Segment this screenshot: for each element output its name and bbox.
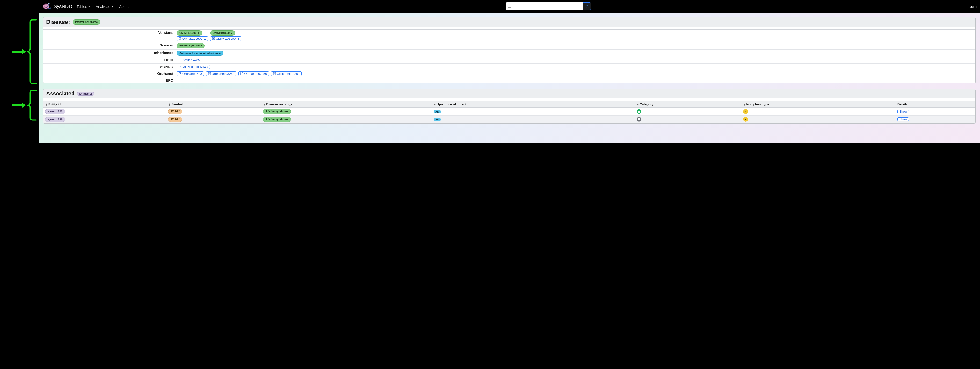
sort-icon: ▲▼ [636,103,639,106]
col-symbol[interactable]: ▲▼Symbol [166,101,261,108]
svg-rect-16 [638,118,638,119]
entity-id-badge[interactable]: sysndd:222 [45,109,65,114]
chevron-down-icon: ▼ [111,5,114,8]
sort-icon: ▲▼ [263,103,266,106]
row-efo: EFO [43,77,975,83]
svg-rect-20 [639,119,639,120]
sort-icon: ▲▼ [434,103,436,106]
col-ontology[interactable]: ▲▼Disease ontology [261,101,432,108]
table-row: sysndd:838FGFR1Pfeiffer syndromeADxShow [43,115,975,123]
show-button[interactable]: Show [897,117,909,121]
page-title: Disease: [46,19,70,26]
svg-rect-7 [638,110,638,111]
hpo-badge[interactable]: AD [434,118,441,121]
associated-table: ▲▼Entity id ▲▼Symbol ▲▼Disease ontology … [43,101,975,123]
associated-title: Associated [46,91,75,97]
svg-rect-11 [639,111,639,112]
svg-line-4 [50,8,51,10]
label-disease: Disease [46,43,174,47]
disease-value-badge[interactable]: Pfeiffer syndrome [177,43,205,48]
label-orphanet: Orphanet [46,71,174,75]
nav-analyses[interactable]: Analyses ▼ [96,4,114,8]
svg-rect-15 [640,112,640,112]
orphanet-link[interactable]: Orphanet:93260 [271,71,302,76]
brand-logo-icon [42,2,52,10]
disease-title-badge[interactable]: Pfeiffer syndrome [73,19,100,24]
svg-rect-13 [638,112,638,112]
ontology-badge[interactable]: Pfeiffer syndrome [263,117,291,122]
svg-rect-23 [639,120,639,120]
entity-id-badge[interactable]: sysndd:838 [45,117,65,122]
doid-link[interactable]: DOID:14705 [177,58,202,62]
svg-rect-21 [640,119,640,120]
col-details: Details [896,101,975,108]
search-group [506,2,591,10]
external-link-icon [179,59,181,61]
search-button[interactable] [583,2,591,10]
search-input[interactable] [506,2,583,10]
version-link[interactable]: OMIM:101600_3 [210,36,242,41]
label-efo: EFO [46,78,174,82]
hpo-badge[interactable]: AD [434,110,441,113]
mondo-link[interactable]: MONDO:0007043 [177,65,210,69]
table-row: sysndd:222FGFR2Pfeiffer syndromeADxShow [43,108,975,115]
svg-rect-17 [639,118,639,119]
external-link-icon [208,72,211,75]
row-orphanet: Orphanet Orphanet:710 Orphanet:93258 Orp… [43,70,975,77]
disease-card-header: Disease: Pfeiffer syndrome [43,17,975,27]
label-doid: DOID [46,58,174,62]
ndd-dot-icon[interactable]: x [743,109,748,114]
svg-rect-14 [639,112,639,112]
symbol-badge[interactable]: FGFR1 [168,117,182,122]
col-hpo[interactable]: ▲▼Hpo mode of inherit... [432,101,635,108]
version-badge[interactable]: OMIM:101600_1 [177,30,202,35]
svg-rect-12 [640,111,640,112]
label-inheritance: Inheritance [46,51,174,55]
col-entity-id[interactable]: ▲▼Entity id [43,101,166,108]
external-link-icon [273,72,276,75]
external-link-icon [179,72,181,75]
label-mondo: MONDO [46,65,174,69]
login-link[interactable]: Login [968,4,977,8]
show-button[interactable]: Show [897,110,909,113]
svg-rect-9 [640,110,640,111]
category-dot-icon[interactable] [636,117,641,122]
entities-count-badge: Entities: 2 [77,92,94,96]
symbol-badge[interactable]: FGFR2 [168,109,182,114]
navbar: SysNDD Tables ▼ Analyses ▼ About [39,0,980,13]
row-disease: Disease Pfeiffer syndrome [43,42,975,50]
version-link[interactable]: OMIM:101600_1 [177,36,208,41]
external-link-icon [240,72,243,75]
ontology-badge[interactable]: Pfeiffer syndrome [263,109,291,114]
col-ndd[interactable]: ▲▼Ndd phenotype [741,101,896,108]
svg-rect-8 [639,110,639,111]
sort-icon: ▲▼ [743,103,746,106]
orphanet-link[interactable]: Orphanet:710 [177,71,204,76]
nav-tables[interactable]: Tables ▼ [76,4,91,8]
nav-about[interactable]: About [119,4,129,8]
external-link-icon [179,65,181,68]
orphanet-link[interactable]: Orphanet:93259 [238,71,269,76]
svg-line-6 [588,7,589,8]
col-category[interactable]: ▲▼Category [635,101,741,108]
ndd-dot-icon[interactable]: x [743,117,748,122]
row-doid: DOID DOID:14705 [43,57,975,64]
annotation-bracket-top [11,19,40,84]
annotation-bracket-bottom [11,89,40,121]
row-inheritance: Inheritance Autosomal dominant inheritan… [43,50,975,57]
label-versions: Versions [46,30,174,35]
orphanet-link[interactable]: Orphanet:93258 [206,71,237,76]
chevron-down-icon: ▼ [88,5,91,8]
svg-rect-18 [640,118,640,119]
brand[interactable]: SysNDD [42,2,72,10]
disease-card: Disease: Pfeiffer syndrome Versions OMIM… [43,17,976,83]
sort-icon: ▲▼ [45,103,48,106]
associated-card: Associated Entities: 2 ▲▼Entity id ▲▼Sym… [43,89,976,124]
svg-rect-22 [638,120,638,120]
row-versions: Versions OMIM:101600_1 OMIM:101600_1 OM [43,30,975,42]
inheritance-badge[interactable]: Autosomal dominant inheritance [177,51,223,56]
svg-rect-10 [638,111,638,112]
brand-text: SysNDD [54,4,72,9]
version-badge[interactable]: OMIM:101600_3 [210,30,235,35]
category-dot-icon[interactable] [636,109,641,114]
